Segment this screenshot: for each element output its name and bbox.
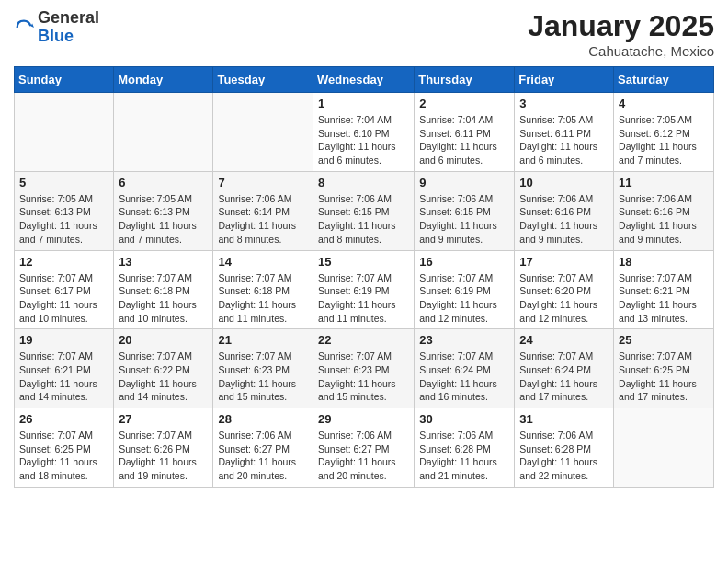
day-number: 10: [519, 176, 609, 190]
calendar-cell: 26Sunrise: 7:07 AM Sunset: 6:25 PM Dayli…: [15, 408, 114, 488]
day-info: Sunrise: 7:07 AM Sunset: 6:19 PM Dayligh…: [318, 271, 409, 326]
day-info: Sunrise: 7:04 AM Sunset: 6:10 PM Dayligh…: [318, 113, 409, 167]
calendar-cell: 31Sunrise: 7:06 AM Sunset: 6:28 PM Dayli…: [515, 408, 614, 488]
day-info: Sunrise: 7:07 AM Sunset: 6:24 PM Dayligh…: [519, 350, 609, 404]
day-number: 17: [519, 255, 609, 269]
calendar-cell: 16Sunrise: 7:07 AM Sunset: 6:19 PM Dayli…: [415, 250, 515, 329]
calendar-week-4: 19Sunrise: 7:07 AM Sunset: 6:21 PM Dayli…: [15, 329, 714, 408]
day-info: Sunrise: 7:07 AM Sunset: 6:24 PM Dayligh…: [419, 350, 509, 404]
weekday-header-sunday: Sunday: [15, 67, 114, 93]
day-number: 1: [318, 97, 409, 110]
day-number: 5: [19, 176, 108, 190]
day-info: Sunrise: 7:06 AM Sunset: 6:14 PM Dayligh…: [218, 192, 308, 247]
weekday-header-wednesday: Wednesday: [313, 67, 414, 93]
weekday-header-friday: Friday: [515, 67, 614, 93]
day-number: 3: [519, 97, 609, 110]
day-number: 6: [119, 176, 208, 190]
day-number: 18: [619, 255, 709, 269]
day-number: 29: [318, 412, 409, 426]
calendar-cell: 7Sunrise: 7:06 AM Sunset: 6:14 PM Daylig…: [213, 171, 313, 250]
logo-icon: [14, 17, 34, 38]
weekday-header-row: SundayMondayTuesdayWednesdayThursdayFrid…: [15, 67, 714, 93]
day-number: 25: [619, 333, 709, 347]
day-info: Sunrise: 7:06 AM Sunset: 6:27 PM Dayligh…: [218, 429, 308, 483]
calendar-cell: [114, 93, 213, 172]
calendar-cell: 22Sunrise: 7:07 AM Sunset: 6:23 PM Dayli…: [313, 329, 414, 408]
calendar-cell: 28Sunrise: 7:06 AM Sunset: 6:27 PM Dayli…: [213, 408, 313, 488]
calendar-cell: 13Sunrise: 7:07 AM Sunset: 6:18 PM Dayli…: [114, 250, 213, 329]
day-info: Sunrise: 7:07 AM Sunset: 6:21 PM Dayligh…: [19, 350, 108, 404]
day-number: 19: [19, 333, 108, 347]
day-number: 20: [119, 333, 208, 347]
calendar-cell: 9Sunrise: 7:06 AM Sunset: 6:15 PM Daylig…: [415, 171, 515, 250]
calendar-cell: 3Sunrise: 7:05 AM Sunset: 6:11 PM Daylig…: [515, 93, 614, 172]
day-info: Sunrise: 7:06 AM Sunset: 6:28 PM Dayligh…: [519, 429, 609, 483]
day-info: Sunrise: 7:07 AM Sunset: 6:17 PM Dayligh…: [19, 271, 108, 326]
location-subtitle: Cahuatache, Mexico: [528, 43, 714, 59]
calendar-cell: [213, 93, 313, 172]
day-info: Sunrise: 7:06 AM Sunset: 6:28 PM Dayligh…: [419, 429, 509, 483]
day-number: 22: [318, 333, 409, 347]
day-number: 16: [419, 255, 509, 269]
calendar-cell: 18Sunrise: 7:07 AM Sunset: 6:21 PM Dayli…: [614, 250, 714, 329]
calendar-cell: 15Sunrise: 7:07 AM Sunset: 6:19 PM Dayli…: [313, 250, 414, 329]
calendar-cell: 12Sunrise: 7:07 AM Sunset: 6:17 PM Dayli…: [15, 250, 114, 329]
day-number: 2: [419, 97, 509, 110]
weekday-header-saturday: Saturday: [614, 67, 714, 93]
calendar-cell: 6Sunrise: 7:05 AM Sunset: 6:13 PM Daylig…: [114, 171, 213, 250]
day-info: Sunrise: 7:07 AM Sunset: 6:23 PM Dayligh…: [218, 350, 308, 404]
title-block: January 2025 Cahuatache, Mexico: [528, 9, 714, 59]
day-info: Sunrise: 7:05 AM Sunset: 6:12 PM Dayligh…: [619, 113, 709, 167]
day-info: Sunrise: 7:07 AM Sunset: 6:19 PM Dayligh…: [419, 271, 509, 326]
page-header: General Blue January 2025 Cahuatache, Me…: [14, 9, 714, 59]
calendar-week-5: 26Sunrise: 7:07 AM Sunset: 6:25 PM Dayli…: [15, 408, 714, 488]
day-info: Sunrise: 7:06 AM Sunset: 6:15 PM Dayligh…: [419, 192, 509, 247]
calendar-cell: [15, 93, 114, 172]
day-number: 23: [419, 333, 509, 347]
day-number: 14: [218, 255, 308, 269]
calendar-week-3: 12Sunrise: 7:07 AM Sunset: 6:17 PM Dayli…: [15, 250, 714, 329]
day-number: 7: [218, 176, 308, 190]
day-info: Sunrise: 7:06 AM Sunset: 6:15 PM Dayligh…: [318, 192, 409, 247]
calendar-cell: 30Sunrise: 7:06 AM Sunset: 6:28 PM Dayli…: [415, 408, 515, 488]
calendar-cell: 29Sunrise: 7:06 AM Sunset: 6:27 PM Dayli…: [313, 408, 414, 488]
day-info: Sunrise: 7:07 AM Sunset: 6:25 PM Dayligh…: [619, 350, 709, 404]
day-number: 31: [519, 412, 609, 426]
day-info: Sunrise: 7:05 AM Sunset: 6:13 PM Dayligh…: [19, 192, 108, 247]
calendar-cell: 21Sunrise: 7:07 AM Sunset: 6:23 PM Dayli…: [213, 329, 313, 408]
calendar-cell: 19Sunrise: 7:07 AM Sunset: 6:21 PM Dayli…: [15, 329, 114, 408]
calendar-cell: 23Sunrise: 7:07 AM Sunset: 6:24 PM Dayli…: [415, 329, 515, 408]
weekday-header-monday: Monday: [114, 67, 213, 93]
logo-blue-text: Blue: [38, 27, 74, 45]
day-number: 24: [519, 333, 609, 347]
day-number: 30: [419, 412, 509, 426]
calendar-week-1: 1Sunrise: 7:04 AM Sunset: 6:10 PM Daylig…: [15, 93, 714, 172]
calendar-cell: 27Sunrise: 7:07 AM Sunset: 6:26 PM Dayli…: [114, 408, 213, 488]
weekday-header-thursday: Thursday: [415, 67, 515, 93]
day-info: Sunrise: 7:07 AM Sunset: 6:22 PM Dayligh…: [119, 350, 208, 404]
day-info: Sunrise: 7:07 AM Sunset: 6:25 PM Dayligh…: [19, 429, 108, 483]
calendar-cell: 5Sunrise: 7:05 AM Sunset: 6:13 PM Daylig…: [15, 171, 114, 250]
day-number: 28: [218, 412, 308, 426]
day-number: 4: [619, 97, 709, 110]
day-number: 12: [19, 255, 108, 269]
calendar-cell: 8Sunrise: 7:06 AM Sunset: 6:15 PM Daylig…: [313, 171, 414, 250]
day-info: Sunrise: 7:05 AM Sunset: 6:13 PM Dayligh…: [119, 192, 208, 247]
day-info: Sunrise: 7:07 AM Sunset: 6:18 PM Dayligh…: [218, 271, 308, 326]
day-info: Sunrise: 7:05 AM Sunset: 6:11 PM Dayligh…: [519, 113, 609, 167]
calendar-week-2: 5Sunrise: 7:05 AM Sunset: 6:13 PM Daylig…: [15, 171, 714, 250]
calendar-cell: [614, 408, 714, 488]
day-info: Sunrise: 7:06 AM Sunset: 6:16 PM Dayligh…: [619, 192, 709, 247]
day-number: 27: [119, 412, 208, 426]
calendar-cell: 14Sunrise: 7:07 AM Sunset: 6:18 PM Dayli…: [213, 250, 313, 329]
calendar-table: SundayMondayTuesdayWednesdayThursdayFrid…: [14, 66, 714, 488]
day-number: 13: [119, 255, 208, 269]
day-info: Sunrise: 7:07 AM Sunset: 6:21 PM Dayligh…: [619, 271, 709, 326]
day-number: 11: [619, 176, 709, 190]
calendar-cell: 11Sunrise: 7:06 AM Sunset: 6:16 PM Dayli…: [614, 171, 714, 250]
day-info: Sunrise: 7:06 AM Sunset: 6:27 PM Dayligh…: [318, 429, 409, 483]
calendar-cell: 20Sunrise: 7:07 AM Sunset: 6:22 PM Dayli…: [114, 329, 213, 408]
day-number: 8: [318, 176, 409, 190]
day-number: 26: [19, 412, 108, 426]
calendar-cell: 4Sunrise: 7:05 AM Sunset: 6:12 PM Daylig…: [614, 93, 714, 172]
